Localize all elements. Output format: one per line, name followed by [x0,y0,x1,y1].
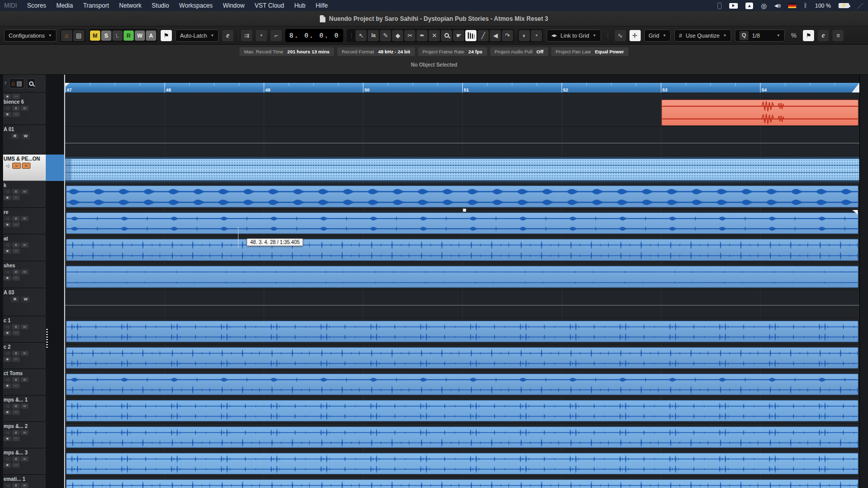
autoscroll-button[interactable]: ⇉ [241,30,252,41]
lane-kick[interactable] [65,183,859,210]
edit-channel-button[interactable]: e [12,456,20,462]
quantize-mode-dropdown[interactable]: #Use Quantize▼ [674,29,731,42]
menu-hub[interactable]: Hub [289,2,311,9]
monitor-button[interactable]: ◁ [4,404,11,409]
audio-event[interactable] [66,479,858,488]
audio-event[interactable] [66,266,858,288]
range-selection-tool-button[interactable]: Ia [368,30,379,41]
wave-button[interactable]: ≈ [22,163,31,169]
split-tool-button[interactable]: ✂ [404,30,415,41]
event-volume-handle[interactable] [463,208,466,212]
quantize-panel-button[interactable]: e [818,30,829,41]
pads-button[interactable]: ⋯ [12,94,20,99]
monitor-button[interactable]: ◁ [4,324,11,329]
home-icon[interactable]: ⌂ [11,80,15,87]
automation-settings-button[interactable]: e [222,30,233,41]
pads-button[interactable]: ⋯ [12,276,20,281]
audio-event[interactable] [66,453,858,474]
scrub-tool-button[interactable] [465,30,476,41]
w-button[interactable]: ■ [4,463,11,468]
bluetooth-icon[interactable]: ᛒ [804,2,807,9]
menu-vst-cloud[interactable]: VST Cloud [250,2,289,9]
monitor-button[interactable]: ◁ [4,483,11,488]
erase-tool-button[interactable]: ◆ [392,30,403,41]
zoom-tool-button[interactable] [441,30,452,41]
draw-tool-button[interactable]: ✎ [380,30,391,41]
monitor-button[interactable]: ◁ [4,163,11,168]
w-button[interactable]: ■ [4,410,11,415]
audio-pull-chip[interactable]: Project Audio PullOff [490,47,548,56]
panel-resize-handle[interactable] [46,329,48,349]
pads-button[interactable]: ⋯ [12,195,20,200]
link-button[interactable]: ∞ [21,242,28,248]
edit-channel-button[interactable]: e [12,324,20,329]
tools-grip-icon[interactable]: ⋮ [348,33,354,38]
link-button[interactable]: ∞ [21,483,28,488]
menu-studio[interactable]: Studio [146,2,174,9]
link-button[interactable]: ∞ [21,430,28,435]
monitor-button[interactable]: ◁ [4,456,11,462]
w-button[interactable]: ■ [4,436,11,441]
time-display[interactable]: 8. 0. 0. 0 [285,29,343,42]
link-button[interactable]: ∞ [21,456,28,462]
w-button[interactable]: ■ [4,222,11,227]
lane-stomps1[interactable] [65,398,859,424]
color-options-button[interactable]: ▼ [531,30,542,41]
pads-button[interactable]: ⋯ [12,222,20,227]
track-row-stomps1[interactable]: mps &... 1 ◁e∞ ■⋯ [3,395,46,422]
camera-icon[interactable] [729,3,738,9]
link-button[interactable]: ∞ [21,189,28,194]
automation-mode-dropdown[interactable]: Auto-Latch▼ [175,29,219,42]
w-button[interactable]: ■ [4,249,11,254]
menu-midi[interactable]: MIDI [4,2,22,9]
time-warp-tool-button[interactable]: ↷ [502,30,513,41]
monitor-button[interactable]: ◁ [4,189,11,194]
configurations-dropdown[interactable]: Configurations▼ [4,29,56,42]
color-tool-button[interactable]: ◐ [519,30,530,41]
track-row-perc2[interactable]: c 2 ◁e∞ ■⋯ [3,343,46,369]
folder-event-hatched[interactable] [65,159,859,180]
track-row-kick[interactable]: k ◁e∞ ■⋯ [3,181,46,208]
pads-button[interactable]: ⋯ [12,112,20,117]
w-button[interactable]: ■ [4,276,11,281]
pads-button[interactable]: ⋯ [12,330,20,336]
audio-event[interactable] [66,239,858,261]
w-button[interactable]: ■ [4,195,11,200]
pads-button[interactable]: ⋯ [12,436,20,441]
write-button[interactable]: W [21,133,30,139]
lane-hat[interactable] [65,236,859,263]
track-row-stomps2[interactable]: mps &... 2 ◁e∞ ■⋯ [3,422,46,448]
list-icon[interactable]: ▤ [16,80,22,87]
quantize-value-dropdown[interactable]: Q1/8▼ [735,29,785,42]
w-button[interactable]: ■ [4,383,11,388]
edit-channel-button[interactable]: e [12,106,20,111]
snap-to-zero-crossing-button[interactable]: ∿ [615,30,626,41]
monitor-button[interactable]: ◁ [4,242,11,248]
monitor-button[interactable]: ◁ [4,106,11,111]
lane-ambience-6[interactable] [65,95,859,127]
w-button[interactable]: ■ [4,357,11,362]
monitor-button[interactable]: ◁ [4,430,11,435]
menu-scores[interactable]: Scores [22,2,51,9]
track-row-perc1[interactable]: c 1 ◁e∞ ■⋯ [3,316,46,343]
track-search-button[interactable] [27,78,36,88]
workspace-home-button[interactable]: ⌂ [61,30,72,41]
hand-tool-button[interactable]: ☛ [453,30,464,41]
link-button[interactable]: ∞ [21,404,28,409]
read-button[interactable]: R [11,296,19,302]
track-row-stomps3[interactable]: mps &... 3 ◁e∞ ■⋯ [3,448,46,475]
menu-media[interactable]: Media [51,2,78,9]
lane-crashes[interactable] [65,263,859,290]
snap-on-off-button[interactable]: ✛ [630,30,641,41]
solo-all-button[interactable]: S [101,30,111,41]
lane-drums-selected[interactable] [65,157,859,183]
link-button[interactable]: ∞ [21,324,28,329]
pads-button[interactable]: ⋯ [12,463,20,468]
edit-channel-button[interactable]: e [12,483,20,488]
object-selection-tool-button[interactable]: ↖ [355,30,367,41]
edit-channel-button[interactable]: e [12,269,20,274]
track-list-setup-button[interactable]: ▤ [73,30,84,41]
track-row-crashes[interactable]: shes ◁e∞ ■⋯ [3,261,46,288]
keyboard-layout-german-flag-icon[interactable] [788,3,796,8]
pads-button[interactable]: ⋯ [12,357,20,362]
